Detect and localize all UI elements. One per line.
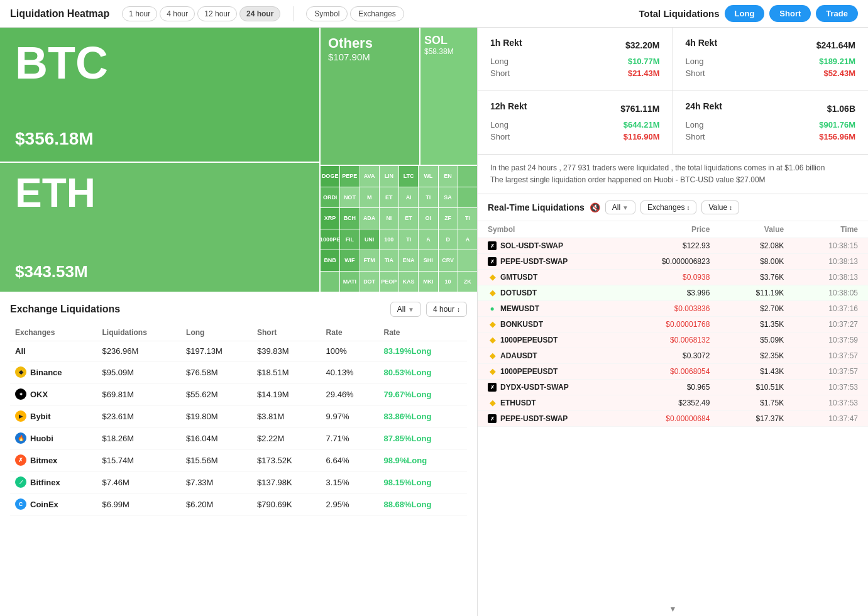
time-btn-24h[interactable]: 24 hour xyxy=(239,6,280,21)
heatmap-cell: M xyxy=(360,187,379,208)
long-value: $19.80M xyxy=(181,405,252,427)
heatmap-cell: ORDI xyxy=(321,187,339,208)
short-value: $39.83M xyxy=(252,341,321,361)
heatmap-cell: AVA xyxy=(360,166,379,187)
short-button[interactable]: Short xyxy=(769,5,811,22)
liq-card-short-label: Short xyxy=(490,69,510,78)
symbol-text: DOTUSDT xyxy=(500,289,537,297)
diamond-icon: ◆ xyxy=(488,336,497,344)
heatmap-cell: PEPE xyxy=(340,166,359,187)
liq-card-title: 24h Rekt xyxy=(686,101,722,111)
time-filter-group: 1 hour 4 hour 12 hour 24 hour xyxy=(122,6,280,21)
short-value: $137.98K xyxy=(252,471,321,493)
heatmap-cell: ENA xyxy=(399,250,418,271)
rate2-value: 98.9%Long xyxy=(378,449,467,471)
list-item: ●MEWUSDT $0.003836 $2.70K 10:37:16 xyxy=(478,301,868,317)
diamond-icon: ◆ xyxy=(488,320,497,329)
list-item: ◆1000PEPEUSDT $0.0068132 $5.09K 10:37:59 xyxy=(478,333,868,348)
rt-header-time: Time xyxy=(784,225,858,234)
cross-icon: ✗ xyxy=(488,241,497,250)
exchanges-btn[interactable]: Exchanges xyxy=(350,6,404,21)
rt-symbol: ◆ETHUSDT xyxy=(488,399,636,407)
heatmap-cell: UNI xyxy=(360,229,379,250)
rt-header-price: Price xyxy=(636,225,710,234)
rt-price: $0.0938 xyxy=(636,273,710,282)
rt-time: 10:37:59 xyxy=(784,336,858,344)
heatmap-cell: FTM xyxy=(360,250,379,271)
liq-card-short-label: Short xyxy=(490,132,510,141)
others-label: Others xyxy=(328,35,412,52)
rt-price: $0.003836 xyxy=(636,304,710,313)
rt-symbol: ✗SOL-USDT-SWAP xyxy=(488,241,636,250)
filter-time-select[interactable]: 4 hour ↕ xyxy=(426,302,467,317)
btc-value: $356.18M xyxy=(15,129,304,149)
table-row: ◆Binance $95.09M $76.58M $18.51M 40.13% … xyxy=(10,361,467,383)
rt-filter-value[interactable]: Value ↕ xyxy=(701,201,739,214)
rt-symbol: ◆DOTUSDT xyxy=(488,289,636,297)
time-btn-1h[interactable]: 1 hour xyxy=(122,6,157,21)
rt-value: $3.76K xyxy=(710,273,784,282)
rt-price: $0.000006823 xyxy=(636,257,710,266)
list-item: ✗DYDX-USDT-SWAP $0.965 $10.51K 10:37:53 xyxy=(478,380,868,395)
sol-label: SOL xyxy=(424,34,473,47)
heatmap-cell: ADA xyxy=(360,208,379,229)
exchange-filter-group: All ▼ 4 hour ↕ xyxy=(390,302,467,317)
heatmap-cell: CRV xyxy=(439,250,458,271)
header-right: Total Liquidations Long Short Trade xyxy=(639,5,858,22)
time-btn-4h[interactable]: 4 hour xyxy=(160,6,195,21)
trade-button[interactable]: Trade xyxy=(816,5,858,22)
scroll-down-button[interactable]: ▼ xyxy=(478,602,868,616)
realtime-title: Real-Time Liquidations xyxy=(488,202,585,212)
long-value: $6.20M xyxy=(181,493,252,515)
heatmap-cell: LTC xyxy=(399,166,418,187)
liq-card-24h: 24h Rekt $1.06B Long $901.76M Short $156… xyxy=(673,91,869,154)
long-value: $55.62M xyxy=(181,383,252,405)
symbol-btn[interactable]: Symbol xyxy=(306,6,348,21)
short-value: $2.22M xyxy=(252,427,321,449)
table-row: ✦OKX $69.81M $55.62M $14.19M 29.46% 79.6… xyxy=(10,383,467,405)
rt-filter-exchanges[interactable]: Exchanges ↕ xyxy=(640,201,696,214)
rt-value: $2.70K xyxy=(710,304,784,313)
rt-time: 10:38:05 xyxy=(784,289,858,297)
sound-icon[interactable]: 🔇 xyxy=(590,202,600,212)
rt-filter-all[interactable]: All ▼ xyxy=(605,201,635,214)
rt-price: $3.996 xyxy=(636,289,710,297)
liq-card-short-label: Short xyxy=(686,69,705,78)
liq-card-1h: 1h Rekt $32.20M Long $10.77M Short $21.4… xyxy=(478,28,673,91)
eth-label: ETH xyxy=(15,173,304,213)
exchange-liquidations-title: Exchange Liquidations xyxy=(10,304,120,315)
time-btn-12h[interactable]: 12 hour xyxy=(197,6,237,21)
liq-card-short-label: Short xyxy=(686,132,705,141)
list-item: ◆BONKUSDT $0.00001768 $1.35K 10:37:27 xyxy=(478,317,868,333)
rt-value: $17.37K xyxy=(710,414,784,423)
heatmap-cell: 100 xyxy=(380,229,398,250)
liq-card-total: $241.64M xyxy=(816,40,855,50)
realtime-list: ✗SOL-USDT-SWAP $122.93 $2.08K 10:38:15 ✗… xyxy=(478,238,868,602)
long-button[interactable]: Long xyxy=(725,5,765,22)
exchange-name: ▶Bybit xyxy=(15,410,92,422)
table-row: ✗Bitmex $15.74M $15.56M $173.52K 6.64% 9… xyxy=(10,449,467,471)
chevron-down-icon: ▼ xyxy=(408,306,414,313)
heatmap-cell: A xyxy=(419,229,437,250)
long-value: $15.56M xyxy=(181,449,252,471)
rt-value: $10.51K xyxy=(710,383,784,392)
app-title: Liquidation Heatmap xyxy=(10,8,109,19)
filter-all-select[interactable]: All ▼ xyxy=(390,302,421,317)
sol-value: $58.38M xyxy=(424,47,473,56)
liq-card-long-value: $644.21M xyxy=(624,120,660,129)
heatmap-cell: TI xyxy=(419,187,437,208)
heatmap-grid: DOGE PEPE AVA LIN LTC WL EN ORDI NOT M E… xyxy=(321,166,477,292)
liquidations-value: $6.99M xyxy=(97,493,182,515)
rate1-value: 7.71% xyxy=(321,427,379,449)
col-long: Long xyxy=(181,324,252,341)
heatmap-cell: SA xyxy=(439,187,458,208)
liq-card-long-label: Long xyxy=(686,57,704,66)
rt-symbol: ◆1000PEPEUSDT xyxy=(488,367,636,376)
summary-text1: In the past 24 hours , 277 931 traders w… xyxy=(490,162,855,174)
table-row: ⟋Bitfinex $7.46M $7.33M $137.98K 3.15% 9… xyxy=(10,471,467,493)
liq-card-short-value: $21.43M xyxy=(628,69,660,78)
btc-label: BTC xyxy=(15,40,304,85)
heatmap-cell: ZF xyxy=(439,208,458,229)
diamond-icon: ◆ xyxy=(488,273,497,282)
realtime-header: Real-Time Liquidations 🔇 All ▼ Exchanges… xyxy=(478,194,868,221)
